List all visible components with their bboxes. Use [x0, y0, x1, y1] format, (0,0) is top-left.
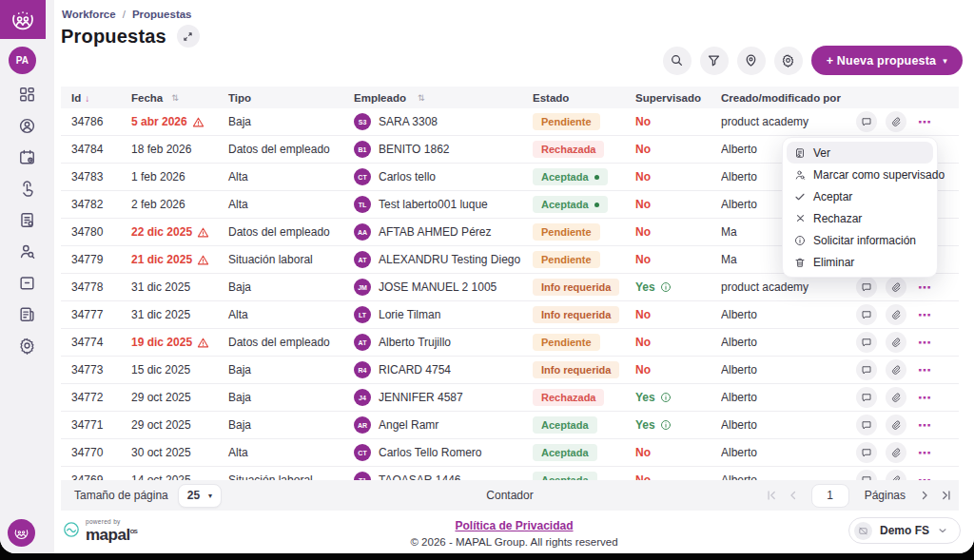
sidebar-item-documents[interactable]: [13, 211, 42, 229]
cell-actions: ⋯: [856, 359, 959, 380]
row-menu-button[interactable]: ⋯: [918, 338, 932, 347]
cell-creado: Alberto: [721, 473, 856, 480]
supervised-info-icon[interactable]: [660, 392, 672, 403]
cell-empleado: R4 RICARD 4754: [354, 361, 533, 378]
comment-button[interactable]: [856, 359, 877, 380]
app-window: PA: [0, 0, 974, 553]
sidebar-item-settings[interactable]: [13, 337, 42, 355]
table-row[interactable]: 34772 29 oct 2025 Baja J4 JENNIFER 4587 …: [61, 384, 959, 412]
table-row[interactable]: 34777 31 dic 2025 Alta LT Lorie Tilman I…: [61, 301, 959, 329]
sidebar-item-reports[interactable]: [13, 305, 42, 323]
attachment-button[interactable]: [886, 470, 906, 480]
sidebar-item-dashboard[interactable]: [13, 86, 42, 104]
new-proposal-button[interactable]: + Nueva propuesta ▾: [811, 46, 963, 75]
prev-page-button[interactable]: [787, 489, 800, 502]
comment-button[interactable]: [856, 304, 877, 325]
row-menu-button[interactable]: ⋯: [918, 117, 932, 126]
sidebar-item-profile[interactable]: [13, 117, 42, 135]
workforce-logo[interactable]: [0, 0, 46, 39]
cell-fecha: 18 feb 2026: [131, 143, 228, 156]
header-estado[interactable]: Estado: [533, 92, 635, 104]
cell-id: 34779: [61, 253, 131, 266]
attachment-button[interactable]: [886, 111, 906, 132]
attachment-button[interactable]: [886, 442, 906, 463]
header-fecha[interactable]: Fecha⇅: [131, 92, 228, 104]
breadcrumb-separator: /: [123, 9, 126, 20]
supervised-info-icon[interactable]: [660, 419, 672, 431]
row-menu-button[interactable]: ⋯: [918, 282, 932, 292]
breadcrumb-propuestas[interactable]: Propuestas: [132, 9, 192, 20]
header-supervisado[interactable]: Supervisado: [635, 92, 721, 104]
location-button[interactable]: [737, 47, 766, 75]
menu-item-aceptar[interactable]: Aceptar: [787, 185, 933, 207]
row-menu-button[interactable]: ⋯: [918, 365, 932, 375]
comment-button[interactable]: [856, 111, 877, 132]
table-row[interactable]: 34769 14 oct 2025 Situación laboral T1 T…: [61, 467, 959, 480]
table-row[interactable]: 34778 31 dic 2025 Baja JM JOSE MANUEL 2 …: [61, 274, 959, 301]
new-proposal-label: + Nueva propuesta: [827, 54, 937, 68]
privacy-policy-link[interactable]: Política de Privacidad: [455, 519, 573, 532]
first-page-icon: [765, 489, 778, 502]
menu-item-solicitar-informacion[interactable]: Solicitar información: [787, 229, 933, 251]
mapal-circle-logo[interactable]: [8, 519, 35, 547]
supervised-info-icon[interactable]: [660, 281, 672, 293]
comment-button[interactable]: [856, 332, 877, 353]
table-row[interactable]: 34774 19 dic 2025 Datos del empleado AT …: [61, 329, 959, 357]
attachment-button[interactable]: [886, 415, 906, 435]
row-menu-button[interactable]: ⋯: [918, 310, 932, 319]
comment-button[interactable]: [856, 415, 877, 435]
expand-button[interactable]: [177, 25, 200, 48]
comment-button[interactable]: [856, 277, 877, 298]
row-menu-button[interactable]: ⋯: [918, 448, 932, 457]
sidebar-item-calendar[interactable]: [13, 148, 42, 166]
sidebar-item-tap[interactable]: [13, 180, 42, 198]
cell-creado: product academy: [721, 115, 856, 128]
sidebar-item-people-search[interactable]: [13, 242, 42, 261]
attachment-button[interactable]: [886, 332, 906, 353]
comment-icon: [861, 364, 872, 376]
attachment-button[interactable]: [886, 277, 906, 298]
page-size-select[interactable]: 25 ▾: [178, 484, 222, 508]
menu-item-rechazar[interactable]: Rechazar: [787, 207, 933, 229]
attachment-button[interactable]: [886, 304, 906, 325]
header-tipo[interactable]: Tipo: [228, 92, 354, 104]
cell-empleado: LT Lorie Tilman: [354, 306, 533, 323]
menu-item-ver[interactable]: Ver: [787, 142, 933, 164]
menu-item-marcar-supervisado[interactable]: Marcar como supervisado: [787, 164, 933, 185]
comment-button[interactable]: [856, 442, 877, 463]
settings-icon: [18, 337, 36, 355]
table-row[interactable]: 34773 15 dic 2025 Baja R4 RICARD 4754 In…: [61, 357, 959, 384]
settings-button[interactable]: [774, 47, 803, 75]
sidebar: PA: [0, 0, 54, 553]
cell-supervisado: No: [635, 253, 721, 266]
cell-estado: Aceptada: [533, 472, 635, 480]
page-number-input[interactable]: [811, 484, 849, 508]
user-avatar[interactable]: PA: [9, 47, 36, 74]
header-id[interactable]: Id↓: [61, 92, 131, 104]
search-button[interactable]: [663, 47, 692, 75]
comment-button[interactable]: [856, 470, 877, 480]
header-creado[interactable]: Creado/modificado por: [721, 92, 856, 104]
header-empleado[interactable]: Empleado⇅: [354, 92, 533, 104]
row-menu-button[interactable]: ⋯: [918, 393, 932, 402]
breadcrumb-workforce[interactable]: Workforce: [62, 9, 116, 20]
menu-item-eliminar[interactable]: Eliminar: [787, 251, 933, 273]
table-row[interactable]: 34770 30 oct 2025 Alta CT Carlos Tello R…: [61, 439, 959, 467]
paperclip-icon: [890, 392, 902, 403]
table-row[interactable]: 34771 29 oct 2025 Baja AR Angel Ramr Ace…: [61, 412, 959, 439]
toolbar: + Nueva propuesta ▾: [663, 46, 963, 75]
attachment-button[interactable]: [886, 387, 906, 408]
tenant-select[interactable]: Demo FS: [848, 517, 961, 544]
cell-tipo: Baja: [228, 391, 354, 404]
row-menu-button[interactable]: ⋯: [918, 420, 932, 430]
paperclip-icon: [890, 364, 902, 376]
cell-supervisado: Yes: [635, 418, 721, 432]
next-page-button[interactable]: [918, 489, 931, 502]
attachment-button[interactable]: [886, 359, 906, 380]
filter-button[interactable]: [700, 47, 729, 75]
comment-button[interactable]: [856, 387, 877, 408]
sidebar-item-archive[interactable]: [13, 274, 42, 292]
table-row[interactable]: 34786 5 abr 2026 Baja S3 SARA 3308 Pendi…: [61, 108, 959, 136]
first-page-button[interactable]: [765, 489, 778, 502]
last-page-button[interactable]: [940, 489, 953, 502]
